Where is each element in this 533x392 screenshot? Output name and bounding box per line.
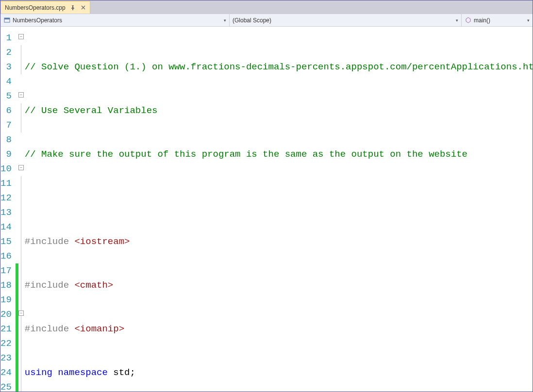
line-number: 1	[0, 31, 12, 45]
project-name: NumbersOperators	[13, 17, 62, 24]
line-number: 15	[0, 234, 12, 249]
fold-toggle[interactable]: −	[18, 165, 24, 170]
project-dropdown[interactable]: NumbersOperators ▾	[0, 14, 230, 26]
line-number: 5	[0, 89, 12, 103]
code-text: <iomanip>	[74, 324, 124, 334]
line-number: 13	[0, 205, 12, 220]
outline-column: − − − −	[18, 27, 24, 392]
line-number: 10	[0, 162, 12, 176]
line-number: 16	[0, 249, 12, 263]
code-text: // Use Several Variables	[25, 105, 158, 116]
line-number: 9	[0, 147, 12, 162]
line-number: 4	[0, 74, 12, 89]
project-icon	[3, 17, 10, 24]
code-text: std;	[108, 367, 135, 378]
line-number: 18	[0, 278, 12, 293]
line-number: 25	[0, 380, 12, 392]
member-dropdown[interactable]: main() ▾	[462, 14, 533, 26]
code-editor[interactable]: 1 2 3 4 5 6 7 8 9 10 11 12 13 14 15 16 1…	[0, 27, 533, 392]
tab-title: NumbersOperators.cpp	[5, 4, 66, 11]
close-icon[interactable]	[80, 4, 87, 11]
code-text: // Solve Question (1.) on www.fractions-…	[25, 62, 533, 72]
line-number: 7	[0, 118, 12, 132]
fold-toggle[interactable]: −	[18, 34, 24, 39]
code-area[interactable]: // Solve Question (1.) on www.fractions-…	[24, 27, 533, 392]
line-number-gutter: 1 2 3 4 5 6 7 8 9 10 11 12 13 14 15 16 1…	[0, 27, 16, 392]
code-text: <iostream>	[74, 236, 130, 247]
line-number: 2	[0, 45, 12, 60]
code-text: namespace	[52, 367, 108, 378]
chevron-down-icon: ▾	[527, 18, 530, 23]
line-number: 11	[0, 176, 12, 191]
navigation-bar: NumbersOperators ▾ (Global Scope) ▾ main…	[0, 14, 533, 27]
line-number: 17	[0, 263, 12, 278]
member-name: main()	[474, 17, 490, 24]
fold-toggle[interactable]: −	[18, 310, 24, 316]
line-number: 14	[0, 220, 12, 234]
line-number: 20	[0, 307, 12, 322]
code-text: #include	[25, 324, 75, 334]
line-number: 6	[0, 103, 12, 118]
fold-toggle[interactable]: −	[18, 92, 24, 98]
line-number: 21	[0, 322, 12, 336]
method-icon	[465, 17, 471, 24]
line-number: 24	[0, 365, 12, 380]
scope-name: (Global Scope)	[233, 17, 271, 24]
scope-dropdown[interactable]: (Global Scope) ▾	[230, 14, 462, 26]
line-number: 8	[0, 132, 12, 147]
code-text: <cmath>	[74, 280, 113, 291]
code-text: using	[25, 367, 52, 378]
line-number: 22	[0, 336, 12, 351]
svg-rect-1	[4, 18, 10, 19]
code-text: #include	[25, 236, 75, 247]
code-text: // Make sure the output of this program …	[25, 149, 467, 160]
tab-bar: NumbersOperators.cpp	[0, 0, 533, 14]
file-tab[interactable]: NumbersOperators.cpp	[0, 1, 90, 14]
line-number: 3	[0, 60, 12, 74]
line-number: 12	[0, 191, 12, 205]
chevron-down-icon: ▾	[456, 18, 458, 23]
pin-icon[interactable]	[69, 4, 76, 11]
line-number: 23	[0, 351, 12, 365]
chevron-down-icon: ▾	[224, 18, 226, 23]
line-number: 19	[0, 293, 12, 307]
code-text: #include	[25, 280, 75, 291]
